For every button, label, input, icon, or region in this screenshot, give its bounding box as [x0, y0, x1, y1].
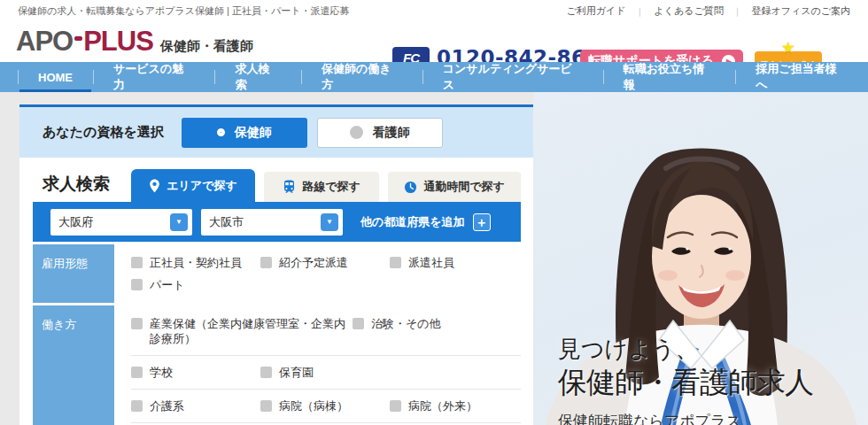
checkbox-icon[interactable] — [260, 257, 272, 268]
search-panel: あなたの資格を選択 保健師 看護師 求人検索 エリアで探す 路線で探す — [19, 104, 533, 425]
checkbox-item[interactable]: 産業保健（企業内健康管理室・企業内診療所） — [131, 316, 353, 346]
checkbox-item[interactable]: 病院（外来） — [390, 398, 519, 413]
checkbox-icon[interactable] — [353, 318, 364, 329]
main-nav: HOMEサービスの魅力求人検索保健師の働き方コンサルティングサービス転職お役立ち… — [0, 62, 868, 92]
train-icon — [283, 180, 296, 194]
qualification-label: あなたの資格を選択 — [43, 124, 164, 141]
city-select[interactable]: 大阪市 ▼ — [201, 209, 343, 236]
filter-row-label: 雇用形態 — [33, 244, 114, 303]
checkbox-item[interactable]: 紹介予定派遣 — [260, 255, 390, 270]
checkbox-icon[interactable] — [131, 400, 143, 412]
chevron-down-icon[interactable]: ▼ — [321, 213, 338, 231]
checkbox-label: 保育園 — [279, 365, 314, 380]
checkbox-icon[interactable] — [390, 257, 401, 268]
tab-search-by-area[interactable]: エリアで探す — [131, 169, 255, 202]
filter-row-label: 働き方 — [33, 305, 114, 425]
checkbox-label: 正社員・契約社員 — [150, 255, 242, 270]
checkbox-label: 介護系 — [150, 398, 184, 413]
radio-unselected-icon — [350, 126, 363, 139]
tab-search-by-commute-time[interactable]: 通勤時間で探す — [388, 172, 521, 202]
qualification-option-hokenshi[interactable]: 保健師 — [182, 118, 307, 148]
checkbox-icon[interactable] — [131, 279, 143, 290]
plus-icon: ＋ — [476, 216, 488, 228]
checkbox-label: 病院（外来） — [408, 398, 477, 413]
checkbox-item[interactable]: 学校 — [131, 365, 260, 380]
checkbox-item[interactable]: 保育園 — [260, 365, 390, 380]
filter-rows: 雇用形態正社員・契約社員紹介予定派遣派遣社員パート働き方産業保健（企業内健康管理… — [33, 244, 521, 425]
checkbox-icon[interactable] — [131, 318, 143, 329]
site-header: APO PLUS 保健師・看護師 FC フリーコール 0120-842-862 … — [0, 22, 868, 62]
tab-search-by-route[interactable]: 路線で探す — [264, 172, 379, 202]
filter-row: 雇用形態正社員・契約社員紹介予定派遣派遣社員パート — [33, 244, 521, 303]
add-prefecture-label: 他の都道府県を追加 — [360, 214, 465, 230]
separator: ｜ — [733, 5, 742, 18]
topbar-links: ご利用ガイド｜よくあるご質問｜登録オフィスのご案内 — [567, 4, 850, 18]
site-tagline: 保健師の求人・転職募集ならアポプラス保健師 | 正社員・パート・派遣応募 — [18, 4, 350, 18]
qualification-selector: あなたの資格を選択 保健師 看護師 — [19, 107, 533, 158]
checkbox-group: 正社員・契約社員紹介予定派遣派遣社員パート — [131, 246, 521, 301]
qualification-option-kangoshi[interactable]: 看護師 — [317, 118, 443, 148]
top-utility-bar: 保健師の求人・転職募集ならアポプラス保健師 | 正社員・パート・派遣応募 ご利用… — [0, 0, 868, 22]
checkbox-label: 紹介予定派遣 — [279, 255, 348, 270]
nav-item-5[interactable]: 転職お役立ち情報 — [603, 62, 736, 92]
hero-image: 見つけよう、 保健師・看護師求人 保健師転職ならアポプラス — [533, 92, 868, 425]
city-value: 大阪市 — [209, 214, 244, 230]
separator: ｜ — [636, 5, 645, 18]
checkbox-label: 治験・その他 — [371, 316, 441, 331]
checkbox-label: 産業保健（企業内健康管理室・企業内診療所） — [150, 316, 353, 346]
checkbox-item[interactable]: 正社員・契約社員 — [131, 255, 260, 270]
add-prefecture-button[interactable]: ＋ — [473, 213, 491, 231]
active-tab-underline — [19, 89, 91, 92]
star-icon: ★ — [782, 41, 794, 55]
location-pin-icon — [149, 179, 160, 193]
checkbox-icon[interactable] — [260, 400, 272, 412]
checkbox-group: 学校保育園 — [131, 356, 521, 390]
logo-text-apo: APO — [16, 26, 73, 58]
radio-selected-icon — [217, 128, 225, 136]
page: 保健師の求人・転職募集ならアポプラス保健師 | 正社員・パート・派遣応募 ご利用… — [0, 0, 868, 425]
qualification-option-label: 看護師 — [373, 125, 410, 141]
checkbox-icon[interactable] — [131, 367, 143, 378]
tab-label: 路線で探す — [302, 179, 360, 195]
search-title: 求人検索 — [43, 173, 110, 196]
hero-line3: 保健師転職ならアポプラス — [558, 411, 813, 425]
nav-item-2[interactable]: 求人検索 — [214, 62, 301, 92]
clock-icon — [404, 181, 417, 194]
topbar-link-0[interactable]: ご利用ガイド — [567, 4, 626, 18]
filter-row-content: 産業保健（企業内健康管理室・企業内診療所）治験・その他学校保育園介護系病院（病棟… — [114, 305, 521, 425]
filter-row-content: 正社員・契約社員紹介予定派遣派遣社員パート — [114, 244, 521, 303]
checkbox-item[interactable]: 介護系 — [131, 398, 260, 413]
topbar-link-2[interactable]: 登録オフィスのご案内 — [751, 4, 850, 18]
checkbox-item[interactable]: 治験・その他 — [353, 316, 482, 346]
checkbox-group: 産業保健（企業内健康管理室・企業内診療所）治験・その他 — [131, 307, 521, 356]
checkbox-label: 学校 — [150, 365, 173, 380]
checkbox-item[interactable]: 派遣社員 — [390, 255, 519, 270]
checkbox-label: パート — [150, 277, 185, 292]
tab-label: 通勤時間で探す — [423, 179, 505, 195]
filter-row: 働き方産業保健（企業内健康管理室・企業内診療所）治験・その他学校保育園介護系病院… — [33, 305, 521, 425]
area-filter-bar: 大阪府 ▼ 大阪市 ▼ 他の都道府県を追加 ＋ — [33, 202, 521, 242]
checkbox-icon[interactable] — [390, 400, 401, 412]
logo-text-plus: PLUS — [83, 26, 153, 58]
checkbox-icon[interactable] — [131, 257, 143, 268]
brand-logo[interactable]: APO PLUS 保健師・看護師 — [16, 26, 253, 58]
hero-line1: 見つけよう、 — [558, 335, 813, 363]
hero-caption: 見つけよう、 保健師・看護師求人 保健師転職ならアポプラス — [558, 335, 813, 425]
prefecture-select[interactable]: 大阪府 ▼ — [50, 209, 192, 236]
logo-dash-icon — [74, 36, 82, 41]
nav-item-4[interactable]: コンサルティングサービス — [422, 62, 603, 92]
topbar-link-1[interactable]: よくあるご質問 — [654, 4, 723, 18]
nav-item-1[interactable]: サービスの魅力 — [93, 62, 214, 92]
tab-label: エリアで探す — [167, 178, 237, 194]
checkbox-label: 派遣社員 — [408, 255, 454, 270]
checkbox-item[interactable]: 病院（病棟） — [260, 398, 390, 413]
prefecture-value: 大阪府 — [58, 214, 93, 230]
checkbox-group: 介護系病院（病棟）病院（外来） — [131, 390, 521, 423]
checkbox-label: 病院（病棟） — [279, 398, 348, 413]
nav-item-0[interactable]: HOME — [18, 62, 93, 92]
nav-item-6[interactable]: 採用ご担当者様へ — [735, 62, 868, 92]
checkbox-item[interactable]: パート — [131, 277, 260, 292]
checkbox-icon[interactable] — [260, 367, 272, 378]
chevron-down-icon[interactable]: ▼ — [170, 213, 188, 231]
nav-item-3[interactable]: 保健師の働き方 — [301, 62, 422, 92]
